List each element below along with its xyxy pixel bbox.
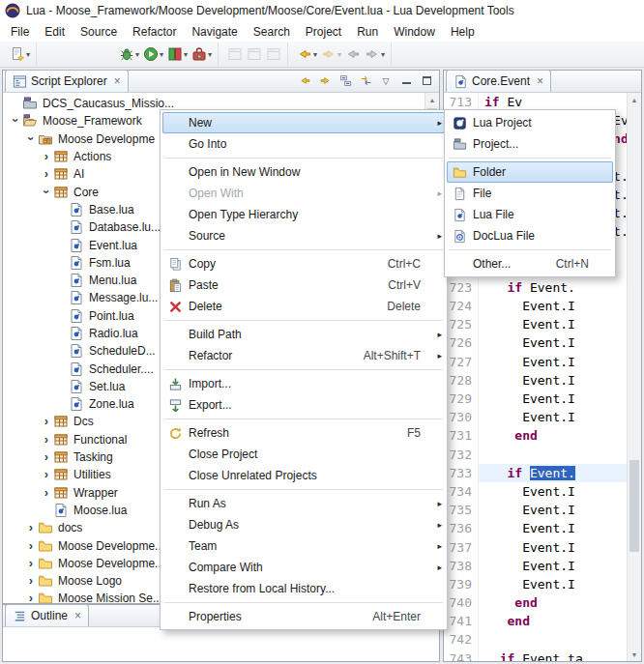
collapsed-chevron-icon[interactable]: ›	[24, 592, 38, 603]
menubar-item-edit[interactable]: Edit	[37, 23, 73, 41]
collapsed-chevron-icon[interactable]: ›	[40, 150, 53, 163]
new-submenu-item-doclua-file[interactable]: DocLua File	[447, 225, 613, 246]
dropdown-caret-icon[interactable]: ▾	[208, 50, 212, 59]
expanded-chevron-icon[interactable]: ›	[24, 132, 38, 146]
new-submenu-item-other[interactable]: Other...Ctrl+N	[447, 253, 613, 274]
close-icon[interactable]: ×	[537, 74, 543, 88]
code-line-732[interactable]: 732	[444, 446, 627, 464]
tab-outline[interactable]: Outline ×	[5, 604, 89, 626]
code-line-741[interactable]: 741 end	[444, 612, 627, 630]
context-menu-item-refactor[interactable]: RefactorAlt+Shift+T▸	[162, 345, 445, 366]
debug-button[interactable]: ▾	[117, 43, 141, 66]
code-line-726[interactable]: 726 Event.I	[444, 333, 627, 352]
code-line-740[interactable]: 740 end	[444, 593, 627, 612]
maximize-icon[interactable]	[418, 72, 435, 90]
back-yellow-icon[interactable]	[296, 72, 313, 90]
coverage-button[interactable]: ▾	[165, 43, 190, 66]
context-menu-item-team[interactable]: Team▸	[162, 535, 445, 557]
dropdown-caret-icon[interactable]: ▾	[26, 50, 30, 59]
dropdown-caret-icon[interactable]: ▾	[160, 50, 163, 59]
run-button[interactable]: ▾	[141, 43, 165, 66]
context-menu-item-close-unrelated-projects[interactable]: Close Unrelated Projects	[162, 465, 445, 486]
code-line-729[interactable]: 729 Event.I	[444, 390, 627, 408]
collapsed-chevron-icon[interactable]: ›	[40, 167, 53, 181]
code-line-738[interactable]: 738 Event.I	[444, 557, 627, 575]
context-menu-item-close-project[interactable]: Close Project	[162, 444, 445, 465]
code-line-725[interactable]: 725 Event.I	[444, 315, 627, 333]
view-grid-button[interactable]	[264, 43, 283, 66]
collapsed-chevron-icon[interactable]: ›	[24, 521, 38, 534]
menubar-item-window[interactable]: Window	[386, 23, 443, 41]
context-menu-item-go-into[interactable]: Go Into	[162, 133, 445, 155]
close-icon[interactable]: ×	[114, 74, 121, 88]
context-menu-item-source[interactable]: Source▸	[162, 225, 445, 246]
editor-scrollbar[interactable]: ▲ ▼	[627, 93, 641, 661]
expanded-chevron-icon[interactable]: ›	[40, 186, 53, 199]
context-menu-item-import[interactable]: Import...	[162, 373, 445, 394]
context-menu-item-delete[interactable]: DeleteDelete	[162, 296, 445, 317]
code-line-737[interactable]: 737 Event.I	[444, 538, 627, 557]
context-menu-item-copy[interactable]: CopyCtrl+C	[162, 253, 445, 274]
new-submenu-item-project[interactable]: Project...	[447, 133, 613, 155]
expanded-chevron-icon[interactable]: ›	[9, 114, 22, 128]
new-submenu-item-folder[interactable]: Folder	[447, 161, 613, 183]
context-menu-item-open-type-hierarchy[interactable]: Open Type Hierarchy	[162, 204, 445, 225]
new-submenu-item-lua-project[interactable]: Lua Project	[447, 112, 613, 133]
code-line-734[interactable]: 734 Event.I	[444, 482, 627, 501]
menubar-item-search[interactable]: Search	[246, 23, 298, 41]
external-tools-button[interactable]: ▾	[190, 43, 214, 66]
forward-gray-button[interactable]: ▾	[363, 43, 387, 66]
context-menu-item-new[interactable]: New▸	[162, 112, 445, 133]
context-menu-item-compare-with[interactable]: Compare With▸	[162, 557, 445, 578]
context-menu-item-open-with[interactable]: Open With▸	[162, 183, 445, 204]
context-menu-item-open-in-new-window[interactable]: Open in New Window	[162, 161, 445, 183]
view-grid-button[interactable]	[245, 43, 264, 66]
code-line-743[interactable]: 743 if Event.ta	[444, 650, 627, 661]
view-grid-button[interactable]	[225, 43, 245, 66]
context-menu-item-export[interactable]: Export...	[162, 394, 445, 416]
scroll-up-icon[interactable]: ▲	[628, 93, 641, 106]
code-line-731[interactable]: 731 end	[444, 426, 627, 445]
context-menu-item-refresh[interactable]: RefreshF5	[162, 422, 445, 444]
collapsed-chevron-icon[interactable]: ›	[24, 557, 38, 570]
collapse-all-icon[interactable]	[337, 72, 354, 90]
menubar-item-refactor[interactable]: Refactor	[125, 23, 184, 41]
collapsed-chevron-icon[interactable]: ›	[40, 415, 53, 428]
tab-core-event[interactable]: Core.Event ×	[446, 70, 551, 92]
code-line-742[interactable]: 742	[444, 630, 627, 649]
context-menu-item-restore-from-local-history[interactable]: Restore from Local History...	[162, 578, 445, 599]
dropdown-caret-icon[interactable]: ▾	[184, 50, 188, 59]
menubar-item-source[interactable]: Source	[73, 23, 125, 41]
dropdown-caret-icon[interactable]: ▾	[381, 50, 385, 59]
collapsed-chevron-icon[interactable]: ›	[24, 574, 38, 588]
code-line-735[interactable]: 735 Event.I	[444, 501, 627, 519]
collapsed-chevron-icon[interactable]: ›	[40, 433, 53, 447]
new-submenu-item-file[interactable]: File	[447, 183, 613, 204]
collapsed-chevron-icon[interactable]: ›	[24, 539, 38, 553]
context-menu-item-properties[interactable]: PropertiesAlt+Enter	[162, 606, 445, 627]
dropdown-caret-icon[interactable]: ▾	[313, 50, 317, 59]
new-wizard-button[interactable]: ▾	[8, 43, 32, 66]
context-menu-item-build-path[interactable]: Build Path▸	[162, 324, 445, 345]
code-line-723[interactable]: 723 if Event.	[444, 278, 627, 297]
code-line-728[interactable]: 728 Event.I	[444, 371, 627, 390]
menubar-item-run[interactable]: Run	[349, 23, 386, 41]
code-line-727[interactable]: 727 Event.I	[444, 353, 627, 371]
view-menu-icon[interactable]: ▽	[377, 72, 395, 90]
menubar-item-navigate[interactable]: Navigate	[184, 23, 245, 41]
scrollbar-thumb[interactable]	[629, 460, 639, 552]
menubar-item-file[interactable]: File	[3, 23, 37, 41]
context-menu-item-run-as[interactable]: Run As▸	[162, 493, 445, 514]
context-menu-item-paste[interactable]: PasteCtrl+V	[162, 274, 445, 296]
tab-script-explorer[interactable]: Script Explorer ×	[5, 70, 129, 92]
dropdown-caret-icon[interactable]: ▾	[135, 50, 139, 59]
collapsed-chevron-icon[interactable]: ›	[40, 450, 53, 464]
forward-yellow-button[interactable]: ▾	[319, 43, 343, 66]
back-gray-button[interactable]	[343, 43, 363, 66]
collapsed-chevron-icon[interactable]: ›	[40, 468, 53, 481]
minimize-icon[interactable]	[397, 72, 415, 90]
link-with-editor-icon[interactable]	[357, 72, 374, 90]
scroll-down-icon[interactable]: ▼	[628, 648, 641, 661]
collapsed-chevron-icon[interactable]: ›	[40, 486, 53, 500]
scroll-up-icon[interactable]: ▲	[425, 93, 439, 106]
